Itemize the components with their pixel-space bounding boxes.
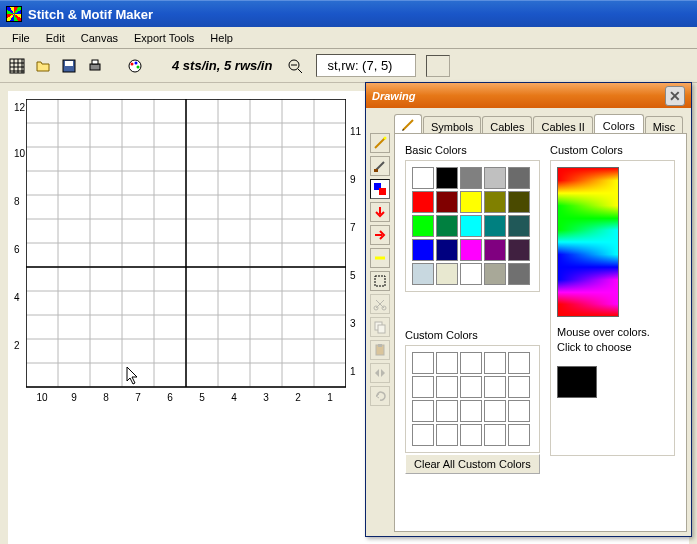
palette-icon[interactable]	[124, 55, 146, 77]
custom-color-slot[interactable]	[484, 400, 506, 422]
open-icon[interactable]	[32, 55, 54, 77]
position-readout: st,rw: (7, 5)	[316, 54, 416, 77]
panel-title-text: Drawing	[372, 90, 415, 102]
menu-edit[interactable]: Edit	[38, 29, 73, 47]
color-swatch[interactable]	[484, 191, 506, 213]
color-swatch[interactable]	[412, 167, 434, 189]
xlabel: 2	[295, 392, 301, 403]
custom-color-slot[interactable]	[460, 424, 482, 446]
basic-colors-group: Basic Colors	[405, 144, 540, 292]
custom-color-slot[interactable]	[460, 400, 482, 422]
color-swatch[interactable]	[436, 167, 458, 189]
custom-color-slot[interactable]	[436, 424, 458, 446]
custom-color-slot[interactable]	[460, 376, 482, 398]
custom-slot-grid	[412, 352, 533, 446]
color-spectrum[interactable]	[557, 167, 619, 317]
color-swatch[interactable]	[484, 239, 506, 261]
color-swatch[interactable]	[484, 263, 506, 285]
close-icon[interactable]: ✕	[665, 86, 685, 106]
ylabel: 1	[350, 366, 356, 377]
svg-rect-9	[90, 64, 100, 70]
svg-line-17	[298, 69, 302, 73]
custom-color-slot[interactable]	[436, 376, 458, 398]
wand-icon[interactable]	[370, 133, 390, 153]
paste-icon[interactable]	[370, 340, 390, 360]
ylabel: 8	[14, 196, 20, 207]
ylabel: 10	[14, 148, 25, 159]
xlabel: 8	[103, 392, 109, 403]
custom-color-slot[interactable]	[436, 400, 458, 422]
zoom-out-icon[interactable]	[284, 55, 306, 77]
undo-icon[interactable]	[370, 386, 390, 406]
color-swatch[interactable]	[460, 239, 482, 261]
color-swatch[interactable]	[412, 191, 434, 213]
menu-help[interactable]: Help	[202, 29, 241, 47]
custom-color-slot[interactable]	[436, 352, 458, 374]
color-swatch[interactable]	[460, 167, 482, 189]
color-swatch[interactable]	[460, 215, 482, 237]
app-title: Stitch & Motif Maker	[28, 7, 153, 22]
color-swatch[interactable]	[460, 263, 482, 285]
color-swatch[interactable]	[436, 263, 458, 285]
clear-custom-colors-button[interactable]: Clear All Custom Colors	[405, 454, 540, 474]
gauge-text: 4 sts/in, 5 rws/in	[172, 58, 272, 73]
titlebar: Stitch & Motif Maker	[0, 0, 697, 27]
custom-color-slot[interactable]	[508, 400, 530, 422]
cut-icon[interactable]	[370, 294, 390, 314]
svg-point-11	[129, 60, 141, 72]
ylabel: 11	[350, 126, 361, 137]
color-swatch[interactable]	[484, 167, 506, 189]
basic-color-grid	[412, 167, 533, 285]
print-icon[interactable]	[84, 55, 106, 77]
color-swatch[interactable]	[412, 215, 434, 237]
custom-color-slot[interactable]	[484, 352, 506, 374]
svg-rect-8	[65, 61, 73, 66]
color-swatch[interactable]	[508, 191, 530, 213]
color-swatch[interactable]	[436, 191, 458, 213]
custom-color-slot[interactable]	[412, 376, 434, 398]
custom-color-slot[interactable]	[460, 352, 482, 374]
brush-icon[interactable]	[370, 156, 390, 176]
save-icon[interactable]	[58, 55, 80, 77]
color-swap-icon[interactable]	[370, 179, 390, 199]
custom-slots-label: Custom Colors	[405, 329, 540, 341]
custom-color-slot[interactable]	[508, 376, 530, 398]
xlabel: 7	[135, 392, 141, 403]
custom-color-slot[interactable]	[508, 424, 530, 446]
drawing-panel: Drawing ✕ Symbols Cables Cables II Color…	[365, 82, 692, 537]
color-swatch[interactable]	[412, 239, 434, 261]
line-icon[interactable]	[370, 248, 390, 268]
color-swatch[interactable]	[508, 215, 530, 237]
flip-icon[interactable]	[370, 363, 390, 383]
custom-color-slot[interactable]	[412, 352, 434, 374]
toolbar-slot[interactable]	[426, 55, 450, 77]
stitch-grid[interactable]: 12 10 8 6 4 2 11 9 7 5 3 1 10 9 8 7 6 5 …	[26, 99, 346, 389]
menu-file[interactable]: File	[4, 29, 38, 47]
menu-canvas[interactable]: Canvas	[73, 29, 126, 47]
ylabel: 9	[350, 174, 356, 185]
color-swatch[interactable]	[436, 215, 458, 237]
color-swatch[interactable]	[460, 191, 482, 213]
xlabel: 9	[71, 392, 77, 403]
panel-titlebar[interactable]: Drawing ✕	[366, 83, 691, 108]
custom-color-slot[interactable]	[508, 352, 530, 374]
color-swatch[interactable]	[508, 263, 530, 285]
select-icon[interactable]	[370, 271, 390, 291]
copy-icon[interactable]	[370, 317, 390, 337]
color-swatch[interactable]	[484, 215, 506, 237]
color-swatch[interactable]	[508, 239, 530, 261]
menu-export-tools[interactable]: Export Tools	[126, 29, 202, 47]
custom-color-slot[interactable]	[412, 424, 434, 446]
color-swatch[interactable]	[508, 167, 530, 189]
picked-color-swatch	[557, 366, 597, 398]
xlabel: 6	[167, 392, 173, 403]
grid-icon[interactable]	[6, 55, 28, 77]
custom-color-slot[interactable]	[412, 400, 434, 422]
ylabel: 7	[350, 222, 356, 233]
custom-color-slot[interactable]	[484, 376, 506, 398]
color-swatch[interactable]	[412, 263, 434, 285]
custom-color-slot[interactable]	[484, 424, 506, 446]
arrow-down-icon[interactable]	[370, 202, 390, 222]
color-swatch[interactable]	[436, 239, 458, 261]
arrow-right-icon[interactable]	[370, 225, 390, 245]
